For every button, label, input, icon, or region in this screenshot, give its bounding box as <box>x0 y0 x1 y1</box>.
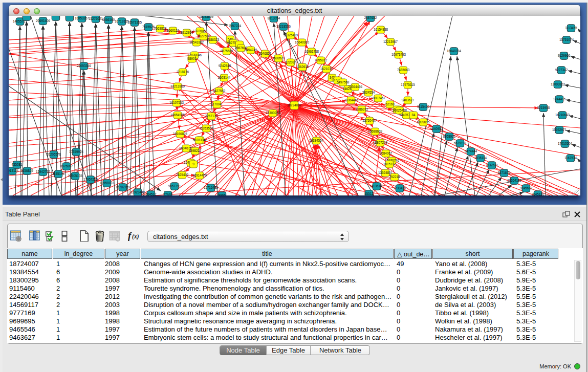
svg-text:8427552: 8427552 <box>213 89 226 93</box>
svg-text:16033809: 16033809 <box>199 16 214 18</box>
svg-text:7632621: 7632621 <box>486 163 498 167</box>
svg-text:8454749: 8454749 <box>245 48 257 52</box>
svg-text:10654112: 10654112 <box>507 179 521 182</box>
svg-text:77665: 77665 <box>163 193 172 195</box>
svg-text:8186323: 8186323 <box>207 38 220 41</box>
svg-text:15692971: 15692971 <box>552 128 567 132</box>
svg-text:f: f <box>128 230 132 241</box>
svg-text:1167534: 1167534 <box>564 156 577 160</box>
svg-text:12213967: 12213967 <box>383 40 398 43</box>
svg-text:1244415: 1244415 <box>553 97 566 101</box>
svg-text:7957224: 7957224 <box>229 24 242 28</box>
svg-text:7515526: 7515526 <box>142 25 155 29</box>
svg-text:17975115: 17975115 <box>401 83 415 86</box>
svg-text:9245612: 9245612 <box>520 186 533 190</box>
svg-text:964512: 964512 <box>145 192 157 195</box>
svg-text:2603144: 2603144 <box>218 76 231 79</box>
svg-text:62160: 62160 <box>385 102 395 106</box>
svg-text:8471676: 8471676 <box>498 171 511 174</box>
svg-text:7625402: 7625402 <box>176 173 189 177</box>
svg-text:16782759: 16782759 <box>116 185 130 189</box>
svg-text:3267130: 3267130 <box>205 114 218 118</box>
svg-text:15751074: 15751074 <box>559 38 574 41</box>
svg-text:3824554: 3824554 <box>362 91 375 94</box>
svg-text:19218506: 19218506 <box>276 25 291 28</box>
svg-text:252214: 252214 <box>389 175 400 179</box>
svg-text:3913114: 3913114 <box>9 169 19 172</box>
svg-text:10973493: 10973493 <box>391 53 406 56</box>
svg-text:17957255: 17957255 <box>83 178 98 181</box>
svg-text:10688609: 10688609 <box>368 129 383 133</box>
svg-text:1733426: 1733426 <box>394 186 406 190</box>
svg-text:8912954: 8912954 <box>181 31 193 34</box>
svg-text:16210643: 16210643 <box>555 113 570 117</box>
svg-text:16107553: 16107553 <box>169 101 184 104</box>
svg-text:17004: 17004 <box>212 102 222 106</box>
svg-text:6099695: 6099695 <box>417 120 430 124</box>
svg-text:20364456: 20364456 <box>344 98 359 102</box>
svg-text:1440953: 1440953 <box>430 127 443 130</box>
svg-text:20206576: 20206576 <box>47 152 61 156</box>
svg-text:16640910: 16640910 <box>295 40 310 44</box>
svg-text:1145194: 1145194 <box>52 172 65 176</box>
svg-text:8975867: 8975867 <box>60 164 73 168</box>
svg-text:11353594: 11353594 <box>199 126 213 130</box>
svg-text:9227342: 9227342 <box>555 68 568 72</box>
svg-text:55512: 55512 <box>364 192 374 195</box>
svg-text:9474444: 9474444 <box>465 149 477 153</box>
svg-text:13524851: 13524851 <box>378 171 393 174</box>
svg-text:9242848: 9242848 <box>219 64 231 68</box>
svg-text:8215958: 8215958 <box>537 106 550 110</box>
svg-text:15300215: 15300215 <box>266 111 280 115</box>
svg-text:9646821: 9646821 <box>259 52 272 55</box>
svg-text:15716485: 15716485 <box>204 186 219 189</box>
svg-text:1588520: 1588520 <box>272 56 285 60</box>
svg-text:12923448: 12923448 <box>130 190 145 194</box>
svg-text:16648784: 16648784 <box>447 49 462 53</box>
svg-text:8675685: 8675685 <box>221 49 233 53</box>
svg-text:9657791: 9657791 <box>168 184 181 188</box>
svg-text:29053346: 29053346 <box>77 64 92 68</box>
svg-text:9: 9 <box>192 162 194 166</box>
svg-text:19654985: 19654985 <box>170 113 185 117</box>
svg-text:20691406: 20691406 <box>36 19 51 23</box>
svg-text:7955812: 7955812 <box>315 58 328 62</box>
svg-text:84: 84 <box>411 113 416 117</box>
svg-text:9827500: 9827500 <box>198 34 210 38</box>
svg-text:8813054: 8813054 <box>268 16 280 20</box>
svg-text:10807457: 10807457 <box>371 96 386 100</box>
svg-text:1362615: 1362615 <box>296 65 309 69</box>
svg-text:98901: 98901 <box>187 57 197 60</box>
svg-text:1621072: 1621072 <box>320 67 333 71</box>
svg-text:9463627: 9463627 <box>402 98 415 102</box>
svg-text:8660124: 8660124 <box>167 29 180 32</box>
svg-text:10853267: 10853267 <box>75 16 90 20</box>
svg-text:13325419: 13325419 <box>284 33 298 37</box>
svg-text:822037: 822037 <box>285 60 296 64</box>
svg-text:17010504: 17010504 <box>558 142 573 145</box>
svg-text:9115460: 9115460 <box>417 105 430 108</box>
svg-text:7663822: 7663822 <box>154 27 167 30</box>
svg-text:12093822: 12093822 <box>551 82 565 86</box>
svg-text:19166825: 19166825 <box>173 132 188 136</box>
svg-text:8958921: 8958921 <box>443 135 456 138</box>
svg-text:12942757: 12942757 <box>36 170 51 173</box>
svg-text:5878334: 5878334 <box>193 138 206 142</box>
svg-text:16671355: 16671355 <box>127 20 142 24</box>
svg-text:2718176: 2718176 <box>177 70 189 74</box>
svg-text:6679197: 6679197 <box>454 141 467 145</box>
svg-text:9645120: 9645120 <box>532 192 545 195</box>
svg-text:12505135: 12505135 <box>68 174 83 178</box>
svg-text:1156829: 1156829 <box>21 169 34 172</box>
svg-text:2687652: 2687652 <box>364 16 377 19</box>
svg-text:12213369: 12213369 <box>170 84 185 88</box>
svg-text:20364456: 20364456 <box>348 85 363 89</box>
svg-text:(x): (x) <box>132 233 139 240</box>
svg-text:1113455: 1113455 <box>565 26 577 30</box>
svg-text:1615112: 1615112 <box>383 162 396 166</box>
svg-text:7986372: 7986372 <box>356 107 368 111</box>
svg-text:9684067: 9684067 <box>380 151 393 155</box>
svg-text:18807249: 18807249 <box>373 141 388 144</box>
svg-text:15276021: 15276021 <box>89 17 103 20</box>
svg-text:7485063: 7485063 <box>397 68 410 72</box>
